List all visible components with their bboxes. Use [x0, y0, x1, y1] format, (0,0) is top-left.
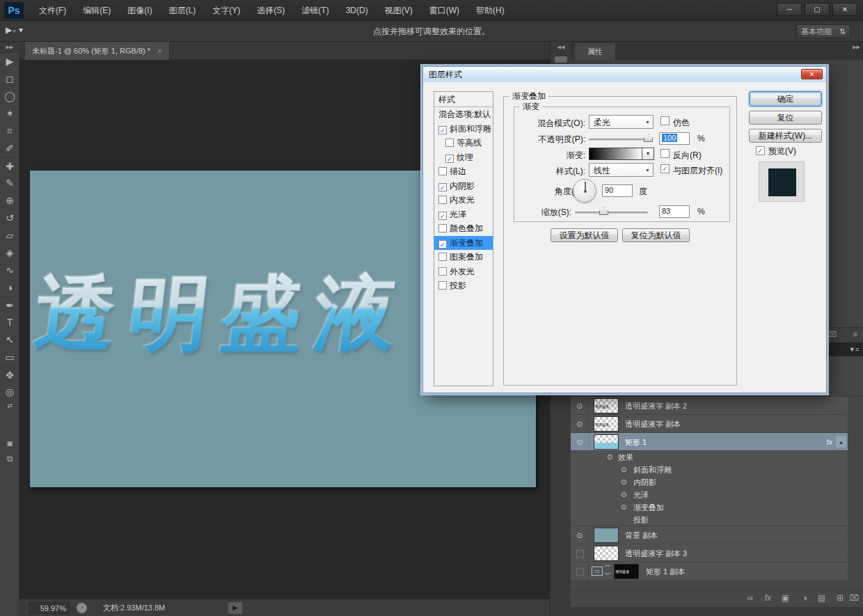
trash-icon[interactable]: ⌧ — [828, 330, 837, 339]
effect-row[interactable]: ⊙ 光泽 — [571, 489, 848, 501]
layer-row-hidden[interactable]: 透明盛液字 副本 3 — [571, 544, 848, 562]
new-layer-icon[interactable]: ⊞ — [837, 593, 844, 603]
collapsed-panel-icon[interactable] — [555, 56, 567, 63]
move-tool[interactable]: ▶ — [0, 53, 19, 70]
swap-colors-icon[interactable]: ⇄ — [0, 401, 19, 411]
dodge-tool[interactable]: ◑ — [0, 279, 19, 297]
menu-window[interactable]: 窗口(W) — [421, 0, 468, 21]
layer-thumbnail[interactable] — [594, 434, 619, 450]
toolbar-collapse-icon[interactable]: ▶▶ — [0, 42, 19, 53]
visibility-eye-icon[interactable]: ⊙ — [571, 433, 589, 451]
scale-value-field[interactable]: 83 — [659, 205, 690, 218]
menu-view[interactable]: 视图(V) — [377, 0, 421, 21]
menu-filter[interactable]: 滤镜(T) — [293, 0, 337, 21]
menu-file[interactable]: 文件(F) — [31, 0, 74, 21]
tab-properties[interactable]: 属性 — [575, 43, 615, 60]
new-style-button[interactable]: 新建样式(W)... — [749, 129, 822, 143]
checkbox-icon[interactable] — [438, 253, 447, 261]
visibility-eye-icon[interactable]: ⊙ — [571, 397, 589, 415]
collapse-effects-icon[interactable]: ▴ — [836, 436, 846, 448]
layer-row[interactable]: ⊙ 背景 副本 — [571, 526, 848, 544]
effect-row[interactable]: ⊙ 内阴影 — [571, 476, 848, 489]
layer-thumbnail[interactable]: 透明盛液 — [614, 564, 639, 579]
effect-row[interactable]: ⊙ 渐变叠加 — [571, 501, 848, 514]
align-with-layer-checkbox[interactable]: ✓ — [660, 164, 670, 173]
crop-tool[interactable]: ⌗ — [0, 123, 19, 140]
style-item-inner-glow[interactable]: 内发光 — [434, 193, 493, 207]
style-item-drop-shadow[interactable]: 投影 — [434, 278, 493, 293]
checkbox-icon[interactable] — [438, 267, 447, 276]
layer-row[interactable]: ⊙ 透明盛液 透明盛液字 副本 2 — [571, 397, 848, 415]
gradient-picker-button[interactable]: ▼ — [642, 148, 654, 160]
move-tool-icon[interactable]: ▶₊ ▾ — [6, 25, 23, 35]
effect-row-hidden[interactable]: 投影 — [571, 514, 848, 526]
group-folder-icon[interactable]: ▤ — [818, 593, 825, 603]
visibility-eye-icon[interactable]: ⊙ — [621, 489, 626, 501]
close-button[interactable]: ✕ — [832, 3, 857, 16]
minimize-button[interactable]: ─ — [777, 3, 802, 16]
effect-label[interactable]: 斜面和浮雕 — [633, 464, 672, 476]
layer-name[interactable]: 矩形 1 — [625, 433, 647, 451]
style-dropdown[interactable]: 线性 ▼ — [589, 163, 654, 177]
visibility-toggle-empty[interactable] — [571, 544, 589, 562]
history-brush-tool[interactable]: ↺ — [0, 210, 19, 227]
shape-tool[interactable]: ▭ — [0, 349, 19, 366]
style-item-color-overlay[interactable]: 颜色叠加 — [434, 221, 493, 236]
effect-row[interactable]: ⊙ 斜面和浮雕 — [571, 464, 848, 476]
scale-slider[interactable] — [575, 212, 648, 214]
screen-mode-button[interactable]: ⧉ — [0, 451, 19, 466]
style-item-inner-shadow[interactable]: ✓内阴影 — [434, 179, 493, 194]
effects-header-row[interactable]: ⊙ 效果 — [571, 451, 848, 464]
opacity-slider[interactable] — [589, 139, 653, 141]
menu-type[interactable]: 文字(Y) — [204, 0, 248, 21]
dialog-title-bar[interactable]: 图层样式 — [423, 67, 826, 82]
clone-stamp-tool[interactable]: ⊕ — [0, 192, 19, 210]
layer-name[interactable]: 矩形 1 副本 — [646, 562, 685, 581]
layer-thumbnail[interactable]: 透明盛液 — [594, 398, 619, 413]
dialog-close-button[interactable]: ✕ — [801, 69, 823, 79]
checkbox-icon[interactable] — [438, 281, 447, 290]
status-flyout-icon[interactable]: ▶ — [228, 602, 242, 614]
reset-default-button[interactable]: 复位为默认值 — [622, 228, 690, 242]
opacity-value-field[interactable]: 100 — [659, 132, 690, 145]
visibility-eye-icon[interactable]: ⊙ — [621, 464, 626, 476]
smudge-tool[interactable]: ∿ — [0, 262, 19, 279]
effect-label[interactable]: 渐变叠加 — [633, 501, 664, 514]
visibility-toggle-empty[interactable] — [571, 562, 589, 581]
style-item-contour[interactable]: 等高线 — [434, 136, 493, 150]
style-item-texture[interactable]: ✓纹理 — [434, 150, 493, 165]
layer-name[interactable]: 透明盛液字 副本 2 — [625, 397, 687, 415]
angle-dial[interactable] — [573, 179, 596, 203]
layer-thumbnail[interactable] — [594, 546, 619, 561]
maximize-button[interactable]: ▢ — [805, 3, 830, 16]
menu-select[interactable]: 选择(S) — [248, 0, 293, 21]
dither-checkbox[interactable] — [660, 116, 670, 125]
eraser-tool[interactable]: ▱ — [0, 227, 19, 244]
tab-close-icon[interactable]: × — [157, 42, 161, 60]
visibility-eye-icon[interactable]: ⊙ — [571, 415, 589, 433]
menu-edit[interactable]: 编辑(E) — [74, 0, 119, 21]
visibility-eye-icon[interactable]: ⊙ — [571, 526, 589, 544]
link-layers-icon[interactable]: ∞ — [747, 593, 753, 603]
healing-brush-tool[interactable]: ✚ — [0, 157, 19, 175]
collapse-panels-icon[interactable]: ◀◀ — [551, 42, 571, 52]
angle-value-field[interactable]: 90 — [602, 184, 633, 197]
layer-row[interactable]: ⊙ 透明盛液 透明盛液字 副本 — [571, 415, 848, 433]
gradient-preview-bar[interactable] — [589, 148, 642, 160]
document-tab[interactable]: 未标题-1 @ 60% (矩形 1, RGB/8) * × — [25, 42, 170, 60]
reset-button[interactable]: 复位 — [749, 111, 822, 125]
layer-mask-icon[interactable]: ▣ — [782, 593, 789, 603]
layer-thumbnail[interactable] — [594, 528, 619, 543]
menu-3d[interactable]: 3D(D) — [338, 0, 377, 21]
pen-tool[interactable]: ✒ — [0, 297, 19, 314]
ok-button[interactable]: 确定 — [749, 91, 822, 106]
blend-mode-dropdown[interactable]: 柔光 ▼ — [589, 115, 654, 129]
style-item-satin[interactable]: ✓光泽 — [434, 207, 493, 222]
layer-name[interactable]: 透明盛液字 副本 3 — [625, 544, 687, 562]
zoom-level-field[interactable]: 59.97% — [29, 602, 70, 614]
checkbox-checked-icon[interactable]: ✓ — [438, 126, 447, 134]
visibility-eye-icon[interactable]: ⊙ — [621, 476, 626, 489]
menu-help[interactable]: 帮助(H) — [468, 0, 513, 21]
style-item-bevel-emboss[interactable]: ✓斜面和浮雕 — [434, 122, 493, 136]
style-item-pattern-overlay[interactable]: 图案叠加 — [434, 250, 493, 264]
